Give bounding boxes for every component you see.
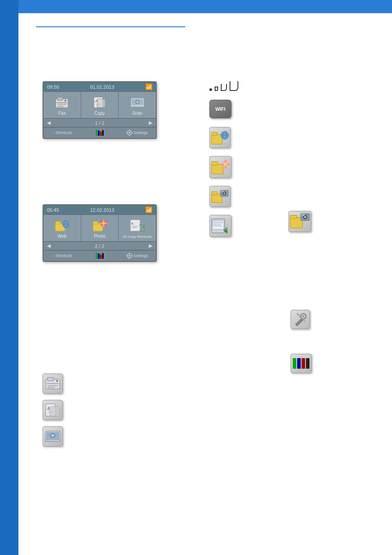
- svg-rect-75: [212, 162, 218, 165]
- lcd-a3copy-button[interactable]: A 43 Copy Shortcuts: [119, 215, 156, 241]
- svg-rect-57: [47, 385, 58, 386]
- svg-point-36: [103, 225, 104, 227]
- wifi-signal-dots: [209, 81, 392, 91]
- lcd-bottom-row-2: + Shortcuts: [43, 250, 156, 261]
- lcd-wifi-icon-2: 📶: [145, 207, 152, 213]
- web-icon-section: [209, 127, 392, 148]
- lcd-settings-label-1: Settings: [133, 131, 148, 135]
- svg-text:A: A: [47, 406, 50, 411]
- svg-point-78: [225, 166, 227, 169]
- svg-rect-24: [126, 132, 128, 133]
- svg-point-81: [222, 160, 225, 163]
- fax-icon-row: [43, 374, 63, 394]
- lcd-a3copy-label: 43 Copy Shortcuts: [123, 235, 152, 239]
- photo-icon-section: [209, 156, 392, 178]
- top-bar: [18, 0, 392, 13]
- fax-icon: [54, 95, 70, 109]
- svg-point-76: [224, 163, 227, 166]
- lcd-shortcuts-btn-1[interactable]: + Shortcuts: [43, 130, 81, 136]
- svg-rect-52: [131, 255, 133, 256]
- lcd-nav-right-2[interactable]: ▶: [149, 243, 152, 249]
- svg-rect-4: [58, 104, 66, 105]
- copy-icon-row: A: [43, 400, 63, 420]
- svg-rect-84: [212, 192, 217, 195]
- wifi-button[interactable]: WIFI: [209, 100, 231, 118]
- svg-point-101: [302, 316, 304, 317]
- lcd-ink-btn-2[interactable]: [81, 252, 118, 260]
- lcd-ink-btn-1[interactable]: [81, 129, 118, 137]
- ink-bar-blue: [297, 358, 301, 369]
- lcd-date-1: 01.01.2013: [90, 84, 114, 90]
- scan-icon-row: [43, 426, 63, 446]
- lcd-shortcuts-label-2: Shortcuts: [56, 254, 72, 258]
- camera-large-icon: [288, 211, 311, 232]
- lcd-copy-label: Copy: [94, 111, 104, 116]
- copy-bottom-icon: A: [43, 400, 63, 420]
- scan-bottom-icon: [43, 426, 63, 446]
- svg-rect-74: [212, 164, 223, 174]
- svg-rect-10: [97, 99, 105, 108]
- camera-large-section: [288, 211, 311, 232]
- wifi-button-label: WIFI: [215, 106, 225, 112]
- lcd-page-2: 2 / 2: [95, 243, 104, 249]
- section-divider: [36, 26, 185, 27]
- svg-rect-1: [58, 97, 63, 101]
- svg-rect-27: [55, 221, 61, 224]
- svg-rect-17: [98, 131, 100, 136]
- lcd-shortcuts-btn-2[interactable]: + Shortcuts: [43, 253, 81, 259]
- shortcuts-plus-icon-2: +: [52, 254, 55, 258]
- lcd-page-1: 1 / 2: [95, 120, 104, 126]
- shortcuts-plus-icon: +: [52, 131, 55, 135]
- svg-point-34: [102, 222, 105, 225]
- lcd-scan-button[interactable]: Scan: [119, 92, 156, 118]
- web-large-icon: [209, 127, 230, 148]
- lcd-web-button[interactable]: Web: [43, 215, 81, 241]
- lcd-header-1: 09:50 01.01.2013 📶: [43, 82, 156, 91]
- svg-rect-96: [212, 221, 224, 229]
- wifi-dot-1: [209, 88, 212, 91]
- lcd-fax-button[interactable]: Fax: [43, 92, 81, 118]
- ink-toner-icon: [291, 354, 312, 373]
- svg-rect-51: [126, 255, 128, 256]
- lcd-date-2: 12.02.2013: [90, 207, 114, 213]
- ink-bar-red: [302, 358, 305, 369]
- wifi-signal-section: [209, 81, 392, 91]
- svg-rect-63: [50, 406, 60, 416]
- svg-rect-32: [93, 221, 98, 224]
- svg-rect-43: [96, 253, 97, 259]
- ink-bar-black: [306, 358, 309, 369]
- lcd-buttons-row-2: Web: [43, 214, 156, 241]
- wifi-button-section: WIFI: [209, 100, 392, 118]
- svg-point-14: [137, 101, 138, 103]
- lcd-nav-row-1: ◀ 1 / 2 ▶: [43, 118, 156, 127]
- web-icon: [54, 218, 70, 232]
- scan-icon: [129, 95, 145, 109]
- settings-icon-section: [291, 310, 310, 329]
- lcd-nav-left-2[interactable]: ◀: [47, 243, 50, 249]
- lcd-settings-btn-1[interactable]: Settings: [119, 129, 156, 137]
- lcd-header-2: 05:45 12.02.2013 📶: [43, 205, 156, 214]
- lcd-photo-button[interactable]: Photo: [81, 215, 119, 241]
- shortcuts-icon: [209, 215, 231, 237]
- ink-bars: [291, 356, 311, 370]
- svg-rect-88: [221, 191, 224, 192]
- left-sidebar: [0, 0, 18, 555]
- svg-point-48: [129, 255, 130, 257]
- lcd-web-label: Web: [58, 234, 66, 239]
- wifi-dot-4: [230, 81, 238, 91]
- lcd-time-2: 05:45: [47, 207, 59, 213]
- svg-rect-45: [100, 254, 102, 259]
- svg-rect-49: [129, 253, 130, 254]
- lcd-copy-button[interactable]: A Copy: [81, 92, 119, 118]
- svg-rect-23: [129, 134, 130, 136]
- copy-icon: A: [92, 95, 108, 109]
- lcd-nav-left-1[interactable]: ◀: [47, 120, 50, 126]
- lcd-nav-right-1[interactable]: ▶: [149, 120, 152, 126]
- svg-point-21: [129, 132, 130, 134]
- svg-point-37: [100, 222, 102, 224]
- svg-point-93: [304, 216, 306, 218]
- lcd-settings-label-2: Settings: [133, 254, 148, 258]
- main-content: 09:50 01.01.2013 📶: [18, 13, 392, 555]
- lcd-settings-btn-2[interactable]: Settings: [119, 252, 156, 260]
- svg-rect-68: [45, 439, 60, 442]
